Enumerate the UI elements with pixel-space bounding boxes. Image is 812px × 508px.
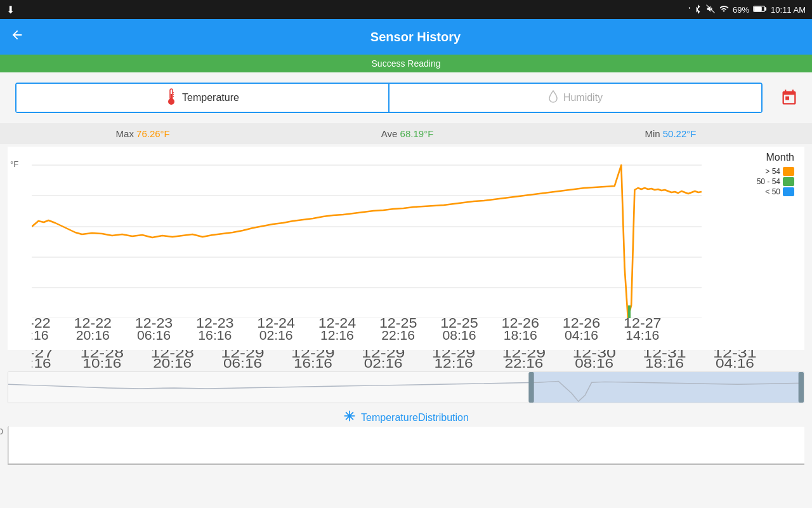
ave-value: 68.19°F — [400, 128, 434, 139]
main-chart-area: Month > 54 50 - 54 < 50 °F 75 70 65 60 — [8, 147, 804, 350]
svg-text:04:16: 04:16 — [565, 328, 598, 342]
svg-text:10:16: 10:16 — [32, 328, 48, 342]
ave-stat: Ave 68.19°F — [381, 128, 433, 139]
snowflake-icon — [343, 410, 356, 425]
stats-row: Max 76.26°F Ave 68.19°F Min 50.22°F — [0, 123, 812, 144]
distribution-chart: 500 — [8, 427, 804, 465]
success-text: Success Reading — [372, 58, 441, 69]
svg-text:00:16: 00:16 — [32, 356, 51, 369]
page-title: Sensor History — [29, 30, 802, 44]
legend-gt54: > 54 — [765, 167, 794, 176]
max-value: 76.26°F — [136, 128, 170, 139]
svg-text:10:16: 10:16 — [82, 356, 121, 369]
status-right: ʿ 69% 10:11 AM — [688, 4, 806, 16]
app-bar: Sensor History — [0, 19, 812, 55]
svg-text:14:16: 14:16 — [625, 328, 659, 342]
svg-text:06:16: 06:16 — [223, 356, 262, 369]
legend-gt54-box — [783, 167, 794, 176]
temp-line — [32, 165, 702, 318]
battery-percent: 69% — [733, 5, 749, 15]
svg-text:06:16: 06:16 — [137, 328, 171, 342]
min-stat: Min 50.22°F — [645, 128, 696, 139]
humidity-icon — [548, 90, 558, 107]
temperature-chart-svg: 75 70 65 60 55 50 — [32, 153, 702, 318]
battery-icon — [753, 5, 767, 15]
svg-text:20:16: 20:16 — [76, 328, 110, 342]
legend-50-54: 50 - 54 — [757, 177, 794, 186]
svg-text:04:16: 04:16 — [716, 356, 754, 369]
svg-rect-69 — [528, 372, 534, 403]
dist-chart-svg — [8, 426, 804, 464]
max-stat: Max 76.26°F — [116, 128, 170, 139]
status-left: ⬇ — [6, 4, 15, 16]
legend-lt50-label: < 50 — [765, 187, 780, 196]
distribution-section: TemperatureDistribution — [0, 406, 812, 427]
svg-text:18:16: 18:16 — [504, 328, 537, 342]
svg-point-5 — [168, 98, 174, 105]
tab-humidity[interactable]: Humidity — [390, 84, 761, 112]
svg-text:16:16: 16:16 — [198, 328, 232, 342]
chart-header: Month > 54 50 - 54 < 50 — [752, 149, 799, 199]
svg-text:22:16: 22:16 — [381, 328, 415, 342]
svg-rect-70 — [799, 372, 804, 403]
tab-temperature[interactable]: Temperature — [16, 84, 388, 112]
svg-rect-68 — [532, 372, 804, 403]
legend-lt50: < 50 — [765, 187, 794, 196]
y-axis-label: °F — [10, 159, 18, 169]
svg-rect-2 — [754, 7, 761, 11]
x-axis-labels: 12-22 10:16 12-22 20:16 12-23 06:16 12-2… — [32, 318, 703, 350]
bluetooth-icon: ʿ — [688, 4, 702, 16]
tab-humidity-label: Humidity — [563, 92, 603, 104]
svg-text:02:16: 02:16 — [364, 356, 403, 369]
mute-icon — [706, 4, 715, 15]
x-axis-labels-2: 12-27 00:16 12-28 10:16 12-28 20:16 12-2… — [32, 350, 804, 369]
svg-text:08:16: 08:16 — [575, 356, 613, 369]
success-banner: Success Reading — [0, 55, 812, 72]
tab-row: Temperature Humidity — [15, 83, 763, 113]
svg-text:16:16: 16:16 — [294, 356, 332, 369]
svg-rect-3 — [764, 7, 766, 10]
status-bar: ⬇ ʿ 69% 10:11 AM — [0, 0, 812, 19]
legend-gt54-label: > 54 — [765, 167, 780, 176]
svg-text:18:16: 18:16 — [645, 356, 684, 369]
svg-text:20:16: 20:16 — [153, 356, 192, 369]
mini-chart[interactable] — [8, 371, 804, 403]
min-value: 50.22°F — [663, 128, 697, 139]
svg-text:22:16: 22:16 — [504, 356, 543, 369]
legend-lt50-box — [783, 187, 794, 196]
tab-temperature-label: Temperature — [182, 92, 239, 104]
distribution-label-text: TemperatureDistribution — [361, 412, 469, 424]
thermometer-icon — [166, 88, 177, 109]
calendar-button[interactable] — [774, 83, 804, 113]
svg-point-75 — [348, 415, 350, 417]
svg-text:12:16: 12:16 — [435, 356, 473, 369]
svg-text:12:16: 12:16 — [320, 328, 354, 342]
clock: 10:11 AM — [771, 5, 806, 15]
period-label: Month — [766, 152, 794, 163]
svg-text:08:16: 08:16 — [442, 328, 476, 342]
legend-50-54-box — [783, 177, 794, 186]
legend-50-54-label: 50 - 54 — [757, 177, 780, 186]
wifi-icon — [719, 4, 729, 15]
svg-text:02:16: 02:16 — [259, 328, 293, 342]
back-button[interactable] — [10, 28, 24, 46]
download-icon: ⬇ — [6, 4, 15, 16]
